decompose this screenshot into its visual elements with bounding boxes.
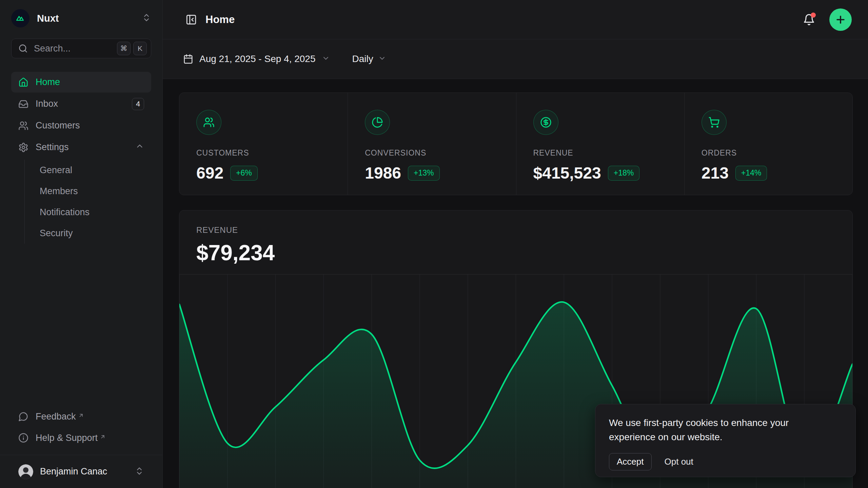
- header-actions: [802, 8, 852, 31]
- pie-chart-icon: [365, 110, 390, 135]
- cookie-consent-toast: We use first-party cookies to enhance yo…: [595, 404, 856, 477]
- interval-select[interactable]: Daily: [352, 54, 386, 64]
- date-range-picker[interactable]: Aug 21, 2025 - Sep 4, 2025: [183, 54, 330, 64]
- stat-card-revenue: REVENUE $415,523 +18%: [516, 93, 684, 195]
- gear-icon: [18, 142, 28, 152]
- inbox-icon: [18, 99, 28, 109]
- sidebar-item-customers[interactable]: Customers: [11, 115, 151, 136]
- cookie-actions: Accept Opt out: [609, 453, 842, 470]
- user-menu[interactable]: Benjamin Canac: [11, 455, 151, 488]
- optout-cookies-button[interactable]: Opt out: [665, 456, 693, 467]
- subitem-label: General: [40, 165, 72, 176]
- notifications-button[interactable]: [802, 12, 816, 27]
- stat-card-conversions: CONVERSIONS 1986 +13%: [348, 93, 516, 195]
- stat-delta-badge: +14%: [735, 166, 767, 181]
- external-link-icon: [78, 410, 84, 421]
- nuxt-logo-icon: [11, 9, 29, 27]
- side-link-label: Feedback: [36, 411, 76, 422]
- kbd-k: K: [133, 42, 147, 55]
- stat-value: 692: [196, 164, 223, 182]
- chat-bubble-icon: [18, 411, 28, 422]
- shopping-cart-icon: [702, 110, 727, 135]
- calendar-icon: [183, 54, 193, 64]
- subitem-label: Notifications: [40, 207, 90, 218]
- stats-panel: CUSTOMERS 692 +6% CONVERSIONS 1986 +13%: [179, 93, 853, 195]
- sidebar-item-label: Home: [36, 77, 60, 87]
- sidebar-item-inbox[interactable]: Inbox 4: [11, 94, 151, 114]
- sidebar-item-settings[interactable]: Settings: [11, 137, 151, 158]
- stat-delta-badge: +13%: [408, 166, 439, 181]
- stat-value: 1986: [365, 164, 401, 182]
- date-range-value: Aug 21, 2025 - Sep 4, 2025: [199, 54, 316, 64]
- sidebar-nav: Home Inbox 4 Customers: [11, 72, 151, 244]
- sidebar: Nuxt ⌘ K Home: [0, 0, 163, 488]
- stat-card-customers: CUSTOMERS 692 +6%: [179, 93, 348, 195]
- chevron-down-icon: [378, 54, 386, 64]
- chevrons-up-down-icon: [142, 13, 151, 24]
- accept-cookies-button[interactable]: Accept: [609, 453, 652, 470]
- search-icon: [18, 44, 28, 53]
- stat-delta-badge: +6%: [230, 166, 258, 181]
- stat-delta-badge: +18%: [608, 166, 639, 181]
- external-link-icon: [100, 432, 106, 442]
- sidebar-item-label: Settings: [36, 142, 69, 152]
- sidebar-footer-links: Feedback Help & Support: [11, 406, 151, 455]
- revenue-chart-label: REVENUE: [196, 225, 852, 235]
- search-input[interactable]: [34, 43, 114, 54]
- team-name: Nuxt: [37, 13, 59, 24]
- sidebar-item-label: Customers: [36, 120, 80, 131]
- plus-icon: [835, 14, 846, 25]
- user-name: Benjamin Canac: [40, 466, 107, 477]
- sidebar-item-label: Inbox: [36, 99, 58, 109]
- chevron-down-icon: [322, 54, 330, 64]
- stat-label: REVENUE: [533, 148, 684, 158]
- panel-left-close-icon: [185, 14, 197, 25]
- filter-bar: Aug 21, 2025 - Sep 4, 2025 Daily: [163, 39, 868, 79]
- dashboard-app: Nuxt ⌘ K Home: [0, 0, 868, 488]
- stat-value: $415,523: [533, 164, 601, 182]
- subitem-label: Security: [40, 228, 73, 239]
- revenue-chart-header: REVENUE $79,234: [179, 210, 852, 265]
- chevrons-up-down-icon: [135, 466, 144, 477]
- stat-card-orders: ORDERS 213 +14%: [684, 93, 852, 195]
- users-icon: [196, 110, 221, 135]
- sidebar-item-home[interactable]: Home: [11, 72, 151, 93]
- team-switcher[interactable]: Nuxt: [11, 9, 151, 28]
- users-icon: [18, 121, 28, 131]
- main-content: CUSTOMERS 692 +6% CONVERSIONS 1986 +13%: [163, 79, 868, 488]
- inbox-count-badge: 4: [132, 98, 144, 110]
- kbd-command: ⌘: [117, 42, 131, 55]
- sidebar-subitem-members[interactable]: Members: [36, 181, 151, 202]
- circle-dollar-icon: [533, 110, 558, 135]
- sidebar-collapse-button[interactable]: [184, 13, 198, 26]
- interval-value: Daily: [352, 54, 373, 64]
- info-circle-icon: [18, 433, 28, 443]
- help-support-link[interactable]: Help & Support: [11, 428, 151, 448]
- feedback-link[interactable]: Feedback: [11, 406, 151, 427]
- settings-subnav: General Members Notifications Security: [24, 160, 151, 244]
- search-box[interactable]: ⌘ K: [11, 39, 151, 58]
- sidebar-spacer: [11, 244, 151, 406]
- stat-value: 213: [702, 164, 729, 182]
- chevron-up-icon: [135, 142, 144, 153]
- revenue-chart-total: $79,234: [196, 240, 852, 265]
- stat-label: CUSTOMERS: [196, 148, 348, 158]
- add-button[interactable]: [829, 8, 852, 31]
- stat-label: ORDERS: [702, 148, 852, 158]
- home-icon: [18, 77, 28, 87]
- page-title: Home: [205, 14, 235, 26]
- user-avatar: [18, 464, 33, 479]
- sidebar-subitem-general[interactable]: General: [36, 160, 151, 181]
- subitem-label: Members: [40, 186, 78, 197]
- stat-label: CONVERSIONS: [365, 148, 516, 158]
- cookie-message: We use first-party cookies to enhance yo…: [609, 416, 809, 444]
- page-header: Home: [163, 0, 868, 39]
- sidebar-subitem-notifications[interactable]: Notifications: [36, 202, 151, 223]
- unread-indicator-dot: [811, 13, 816, 18]
- sidebar-subitem-security[interactable]: Security: [36, 223, 151, 244]
- side-link-label: Help & Support: [36, 433, 98, 443]
